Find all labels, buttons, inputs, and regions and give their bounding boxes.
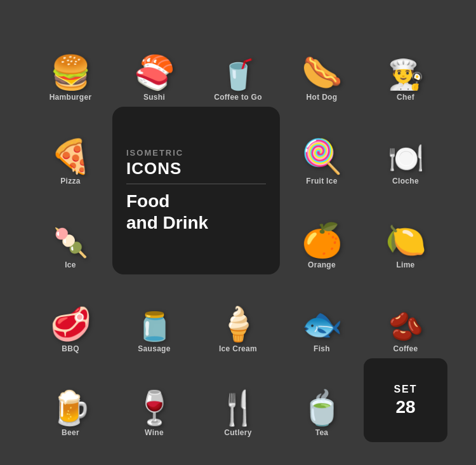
wine-label: Wine xyxy=(145,428,164,437)
set-number: 28 xyxy=(395,398,415,416)
lime-label: Lime xyxy=(396,260,414,269)
center-title-icons: Icons xyxy=(126,159,182,179)
icon-cell-lime: 🍋 Lime xyxy=(364,191,447,274)
lime-icon: 🍋 xyxy=(385,224,426,257)
icon-cell-cutlery: 🍴 Cutlery xyxy=(196,358,280,442)
beer-label: Beer xyxy=(62,428,79,437)
hot-dog-label: Hot Dog xyxy=(307,93,338,102)
icon-cell-bbq: 🥩 BBQ xyxy=(29,274,112,358)
center-subtitle: Isometric xyxy=(126,148,183,158)
icon-cell-sushi: 🍣 Sushi xyxy=(112,23,196,107)
ice-label: Ice xyxy=(65,260,76,269)
coffee-to-go-label: Coffee to Go xyxy=(214,93,262,102)
fish-icon: 🐟 xyxy=(301,307,343,340)
hamburger-label: Hamburger xyxy=(50,93,92,102)
sushi-icon: 🍣 xyxy=(134,56,175,89)
pizza-label: Pizza xyxy=(60,177,81,185)
icon-cell-fruit-ice: 🍭 Fruit Ice xyxy=(280,107,364,191)
icon-cell-pizza: 🍕 Pizza xyxy=(29,107,112,191)
icon-grid: 🍔 Hamburger 🍣 Sushi 🥤 Coffee to Go 🌭 Hot… xyxy=(16,10,460,455)
icon-cell-beer: 🍺 Beer xyxy=(29,358,112,442)
wine-icon: 🍷 xyxy=(134,391,175,424)
ice-icon: 🍡 xyxy=(53,229,88,257)
icon-cell-cloche: 🍽️ Cloche xyxy=(364,107,447,191)
orange-icon: 🍊 xyxy=(301,224,343,257)
fruit-ice-label: Fruit Ice xyxy=(306,177,337,185)
icon-cell-coffee-to-go: 🥤 Coffee to Go xyxy=(196,23,280,107)
center-divider xyxy=(126,184,266,185)
sausage-label: Sausage xyxy=(138,344,170,353)
fish-label: Fish xyxy=(314,344,330,353)
icon-cell-orange: 🍊 Orange xyxy=(280,191,364,274)
hamburger-icon: 🍔 xyxy=(50,56,91,89)
icon-cell-wine: 🍷 Wine xyxy=(112,358,196,442)
set-badge: SET 28 xyxy=(364,358,447,442)
beer-icon: 🍺 xyxy=(50,391,91,424)
sausage-icon: 🫙 xyxy=(137,313,172,340)
icon-cell-fish: 🐟 Fish xyxy=(280,274,364,358)
coffee-icon: 🫘 xyxy=(388,313,423,340)
ice-cream-label: Ice Cream xyxy=(219,344,257,353)
coffee-to-go-icon: 🥤 xyxy=(220,60,256,89)
center-card: Isometric Icons Foodand Drink xyxy=(112,107,280,274)
cloche-icon: 🍽️ xyxy=(388,144,424,173)
bbq-label: BBQ xyxy=(62,344,79,353)
icon-cell-ice-cream: 🍦 Ice Cream xyxy=(196,274,280,358)
icon-cell-chef: 👨‍🍳 Chef xyxy=(364,23,447,107)
cutlery-label: Cutlery xyxy=(224,428,251,437)
icon-cell-coffee: 🫘 Coffee xyxy=(364,274,447,358)
sushi-label: Sushi xyxy=(143,93,165,102)
center-main-title: Foodand Drink xyxy=(126,191,208,233)
coffee-label: Coffee xyxy=(393,344,418,353)
chef-icon: 👨‍🍳 xyxy=(388,60,424,89)
icon-cell-ice: 🍡 Ice xyxy=(29,191,112,274)
icon-cell-tea: 🍵 Tea xyxy=(280,358,364,442)
hot-dog-icon: 🌭 xyxy=(301,56,343,89)
icon-cell-hamburger: 🍔 Hamburger xyxy=(29,23,112,107)
orange-label: Orange xyxy=(308,260,336,269)
cloche-label: Cloche xyxy=(392,177,419,185)
ice-cream-icon: 🍦 xyxy=(218,307,259,340)
icon-cell-sausage: 🫙 Sausage xyxy=(112,274,196,358)
set-label: SET xyxy=(393,384,417,394)
cutlery-icon: 🍴 xyxy=(218,391,259,424)
tea-label: Tea xyxy=(315,428,329,437)
pizza-icon: 🍕 xyxy=(50,140,91,173)
bbq-icon: 🥩 xyxy=(50,307,91,340)
chef-label: Chef xyxy=(397,93,414,102)
tea-icon: 🍵 xyxy=(301,391,343,424)
fruit-ice-icon: 🍭 xyxy=(301,140,343,173)
icon-cell-hot-dog: 🌭 Hot Dog xyxy=(280,23,364,107)
